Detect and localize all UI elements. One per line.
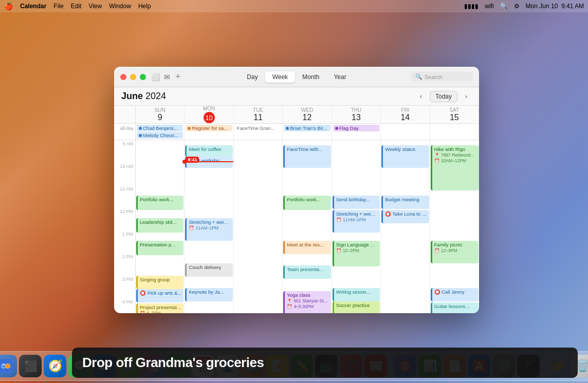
current-time-badge: 9:41 <box>186 157 199 163</box>
dock-launchpad[interactable]: ⬛ <box>19 355 42 377</box>
tab-month[interactable]: Month <box>295 71 326 83</box>
svg-point-4 <box>6 365 9 368</box>
time-slot-12pm: 12 PM <box>114 208 135 231</box>
event-couch-delivery[interactable]: Couch delivery <box>185 263 232 277</box>
allday-fri <box>381 124 430 140</box>
day-header-thu: THU 13 <box>332 106 381 123</box>
allday-sat <box>430 124 479 140</box>
event-yoga-class[interactable]: Yoga class 📍 501 Stanyan St... ⏰ 4–5:30P… <box>283 291 330 313</box>
time-slot-1pm: 1 PM <box>114 231 135 253</box>
prev-week-button[interactable]: ‹ <box>415 91 427 102</box>
event-portfolio-wed[interactable]: Portfolio work... <box>283 196 330 210</box>
tab-week[interactable]: Week <box>265 71 295 83</box>
search-bar[interactable]: 🔍 Search <box>411 72 473 82</box>
event-project-presentations[interactable]: Project presentations ⏰ 6–7PM <box>136 303 183 313</box>
days-header: SUN 9 MON 10 TUE 11 WED 12 THU 13 FRI 14 <box>114 106 479 124</box>
event-portfolio-sun[interactable]: Portfolio work... <box>136 196 183 210</box>
allday-event[interactable]: Chad Benjami... <box>137 125 183 131</box>
next-week-button[interactable]: › <box>461 91 472 102</box>
menu-help[interactable]: Help <box>138 3 151 10</box>
tab-day[interactable]: Day <box>240 71 265 83</box>
event-guitar-lessons[interactable]: Guitar lessons... <box>431 302 479 313</box>
allday-event[interactable]: Melody Cheun... <box>137 132 183 139</box>
desktop: 🍎 Calendar File Edit View Window Help ▮▮… <box>0 0 588 383</box>
time-slot-4pm: 4 PM <box>114 298 135 313</box>
allday-event[interactable]: Flag Day <box>333 125 379 131</box>
event-take-luna[interactable]: ⭕ Take Luna to th... <box>381 210 429 223</box>
calendar-window: ⬜ ✉ + Day Week Month Year 🔍 Search June … <box>114 67 479 313</box>
event-hike[interactable]: Hike with Rigo 📍 7867 Redwood... ⏰ 10AM–… <box>431 145 479 190</box>
event-sign-language[interactable]: Sign Language Club ⏰ 12–2PM <box>333 241 380 266</box>
allday-event[interactable]: Brian Tran's Bir... <box>284 125 330 131</box>
inbox-icon[interactable]: ✉ <box>164 73 170 81</box>
menu-view[interactable]: View <box>88 3 102 10</box>
today-badge: 10 <box>204 112 215 123</box>
event-leadership[interactable]: Leadership skil... <box>136 218 183 233</box>
event-soccer-practice[interactable]: Soccer practice <box>333 301 380 313</box>
menubar-datetime: Mon Jun 10 9:41 AM <box>526 3 584 10</box>
svg-point-5 <box>3 364 5 366</box>
event-dot <box>139 127 142 130</box>
event-pick-up-arts[interactable]: ⭕ Pick up arts &... <box>136 289 183 302</box>
event-dot <box>139 134 142 137</box>
add-event-button[interactable]: + <box>175 71 181 82</box>
event-keynote[interactable]: Keynote by Ja... <box>185 288 232 301</box>
calendar-header: June 2024 ‹ Today › <box>114 87 479 106</box>
menu-window[interactable]: Window <box>109 3 131 10</box>
calendar-nav: ‹ Today › <box>415 91 472 102</box>
tab-year[interactable]: Year <box>326 71 353 83</box>
tooltip-text: Drop off Grandma's groceries <box>82 355 264 370</box>
menu-edit[interactable]: Edit <box>71 3 82 10</box>
event-tooltip: Drop off Grandma's groceries <box>72 348 578 378</box>
allday-tue: FaceTime Gran... <box>234 124 283 140</box>
time-gutter: 9 AM 10 AM 11 AM 12 PM 1 PM 2 PM 3 PM 4 … <box>114 140 136 313</box>
maximize-button[interactable] <box>140 74 146 80</box>
app-name[interactable]: Calendar <box>20 3 46 10</box>
allday-event[interactable]: FaceTime Gran... <box>235 125 281 131</box>
search-icon: 🔍 <box>415 73 422 80</box>
event-call-jenny[interactable]: ⭕ Call Jenny <box>431 288 479 301</box>
event-family-picnic[interactable]: Family picnic ⏰ 12–3PM <box>431 241 479 263</box>
day-column-sat: Hike with Rigo 📍 7867 Redwood... ⏰ 10AM–… <box>430 140 479 313</box>
day-header-wed: WED 12 <box>283 106 332 123</box>
day-column-mon: 9:41 Meet for coffee Artist worksho... S… <box>185 140 233 313</box>
event-dot <box>335 127 338 130</box>
current-time-line: 9:41 <box>185 161 233 162</box>
wifi-icon[interactable]: wifi <box>485 3 493 10</box>
event-presentation[interactable]: Presentation p... <box>136 241 183 255</box>
apple-menu[interactable]: 🍎 <box>4 2 13 10</box>
time-slot-9am: 9 AM <box>114 140 135 163</box>
search-input[interactable]: Search <box>425 74 443 80</box>
time-gutter-header <box>114 106 136 123</box>
allday-label: all-day <box>114 124 136 140</box>
day-column-sun: Portfolio work... Leadership skil... Pre… <box>136 140 185 313</box>
menu-file[interactable]: File <box>53 3 63 10</box>
sidebar-toggle-icon[interactable]: ⬜ <box>151 73 160 81</box>
event-writing-session[interactable]: Writing sessio... <box>333 288 380 301</box>
event-weekly-status[interactable]: Weekly status <box>381 145 429 168</box>
dock-safari[interactable]: 🧭 <box>44 355 66 377</box>
minimize-button[interactable] <box>130 74 136 80</box>
search-icon[interactable]: 🔍 <box>500 3 508 10</box>
event-singing-group[interactable]: Singing group <box>136 276 183 289</box>
event-meet-coffee[interactable]: Meet for coffee <box>185 145 232 157</box>
menubar: 🍎 Calendar File Edit View Window Help ▮▮… <box>0 0 588 12</box>
day-header-sat: SAT 15 <box>430 106 479 123</box>
event-meet-restaurant[interactable]: Meet at the res... <box>283 241 330 254</box>
event-facetime[interactable]: FaceTime with... <box>283 145 330 168</box>
event-stretching-thu[interactable]: Stretching + weights ⏰ 11AM–1PM <box>333 210 380 233</box>
event-team-presenta[interactable]: Team presenta... <box>283 265 330 279</box>
allday-sun: Chad Benjami... Melody Cheun... <box>136 124 185 140</box>
dock-finder[interactable] <box>0 355 17 377</box>
event-stretching-mon[interactable]: Stretching + weights ⏰ 11AM–1PM <box>185 218 232 241</box>
allday-mon: Register for sa... <box>185 124 233 140</box>
event-dot <box>188 127 191 130</box>
event-budget-meeting[interactable]: Budget meeting <box>381 196 429 209</box>
allday-thu: Flag Day <box>332 124 381 140</box>
battery-icon[interactable]: ▮▮▮▮ <box>464 3 479 10</box>
event-send-birthday[interactable]: Send birthday... <box>333 196 380 209</box>
allday-event[interactable]: Register for sa... <box>186 125 232 131</box>
control-center-icon[interactable]: ⚙ <box>514 3 520 10</box>
close-button[interactable] <box>120 74 126 80</box>
today-button[interactable]: Today <box>430 91 457 102</box>
